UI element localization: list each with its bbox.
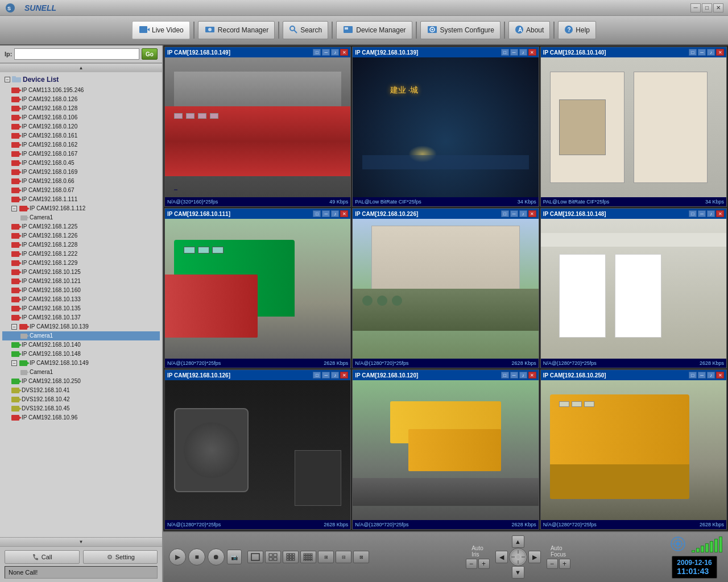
device-item-5[interactable]: IP CAM192.168.0.161 bbox=[2, 131, 160, 140]
device-item-20[interactable]: IP CAM192.168.10.125 bbox=[2, 268, 160, 277]
cam-sound-8[interactable]: ♪ bbox=[519, 372, 527, 379]
cam-min-1[interactable]: ─ bbox=[322, 49, 330, 56]
device-item-33[interactable]: DVS192.168.10.41 bbox=[2, 386, 160, 395]
go-button[interactable]: Go bbox=[142, 48, 158, 60]
device-item-28[interactable]: IP CAM192.168.10.140 bbox=[2, 340, 160, 350]
cam-close-8[interactable]: ✕ bbox=[528, 372, 536, 379]
cam-expand-8[interactable]: □ bbox=[501, 372, 509, 379]
stop-button[interactable]: ■ bbox=[188, 548, 205, 566]
iris-minus-button[interactable]: − bbox=[466, 559, 477, 569]
cam-close-3[interactable]: ✕ bbox=[716, 49, 724, 56]
camera-cell-7[interactable]: IP CAM[192.168.10.126] □ ─ ♪ ✕ bbox=[164, 369, 351, 530]
device-item-11[interactable]: IP CAM192.168.0.67 bbox=[2, 186, 160, 195]
iris-plus-button[interactable]: + bbox=[478, 559, 490, 569]
maximize-button[interactable]: □ bbox=[702, 3, 712, 13]
nav-live-video[interactable]: Live Video bbox=[132, 21, 190, 39]
nav-about[interactable]: A About bbox=[508, 21, 550, 39]
device-item-35[interactable]: DVS192.168.10.45 bbox=[2, 404, 160, 413]
device-item-4[interactable]: IP CAM192.168.0.120 bbox=[2, 122, 160, 131]
layout-2x2[interactable] bbox=[265, 551, 281, 563]
device-item-30[interactable]: − IP CAM192.168.10.149 bbox=[2, 359, 160, 368]
nav-device-manager[interactable]: Device Manager bbox=[336, 21, 412, 39]
cam-expand-5[interactable]: □ bbox=[501, 210, 509, 217]
cam-close-9[interactable]: ✕ bbox=[716, 372, 724, 379]
nav-record-manager[interactable]: Record Manager bbox=[198, 21, 275, 39]
cam-min-4[interactable]: ─ bbox=[322, 210, 330, 217]
device-item-1[interactable]: IP CAM192.168.0.126 bbox=[2, 95, 160, 104]
ptz-down-button[interactable]: ▼ bbox=[512, 566, 524, 579]
setting-button[interactable]: Setting bbox=[83, 550, 158, 564]
layout-1x1[interactable] bbox=[247, 551, 263, 563]
tree-scroll-up[interactable]: ▲ bbox=[0, 63, 162, 72]
nav-system-configure[interactable]: System Configure bbox=[420, 21, 500, 39]
focus-minus-button[interactable]: − bbox=[547, 559, 558, 569]
device-item-15[interactable]: IP CAM192.168.1.225 bbox=[2, 222, 160, 231]
layout-3x3[interactable] bbox=[283, 551, 299, 563]
expand-icon[interactable]: − bbox=[11, 206, 17, 211]
close-button[interactable]: ✕ bbox=[713, 3, 723, 13]
ip-input[interactable] bbox=[14, 48, 139, 60]
cam-sound-2[interactable]: ♪ bbox=[519, 49, 527, 56]
cam-expand-7[interactable]: □ bbox=[313, 372, 321, 379]
cam-min-6[interactable]: ─ bbox=[698, 210, 706, 217]
cam-min-8[interactable]: ─ bbox=[510, 372, 518, 379]
device-sub-camera1-selected[interactable]: Camera1 bbox=[2, 331, 160, 340]
layout-4x4[interactable] bbox=[300, 551, 316, 563]
device-item-17[interactable]: IP CAM192.168.1.228 bbox=[2, 240, 160, 250]
ptz-left-button[interactable]: ◀ bbox=[495, 551, 508, 563]
nav-search[interactable]: Search bbox=[283, 21, 328, 39]
cam-close-2[interactable]: ✕ bbox=[528, 49, 536, 56]
device-item-2[interactable]: IP CAM192.168.0.128 bbox=[2, 104, 160, 113]
cam-expand-2[interactable]: □ bbox=[501, 49, 509, 56]
cam-close-6[interactable]: ✕ bbox=[716, 210, 724, 217]
ptz-center[interactable] bbox=[509, 548, 527, 566]
call-button[interactable]: Call bbox=[5, 550, 80, 564]
device-item-8[interactable]: IP CAM192.168.0.45 bbox=[2, 159, 160, 168]
device-item-12[interactable]: IP CAM192.168.1.111 bbox=[2, 195, 160, 204]
device-item-23[interactable]: IP CAM192.168.10.133 bbox=[2, 295, 160, 304]
device-item-19[interactable]: IP CAM192.168.1.229 bbox=[2, 259, 160, 268]
camera-cell-6[interactable]: IP CAM[192.168.10.148] □ ─ ♪ ✕ bbox=[540, 208, 727, 368]
camera-cell-3[interactable]: IP CAM[192.168.10.140] □ ─ ♪ ✕ bbox=[540, 47, 727, 207]
device-item-24[interactable]: IP CAM192.168.10.135 bbox=[2, 304, 160, 313]
device-item-6[interactable]: IP CAM192.168.0.162 bbox=[2, 140, 160, 149]
device-item-7[interactable]: IP CAM192.168.0.167 bbox=[2, 149, 160, 159]
cam-sound-6[interactable]: ♪ bbox=[707, 210, 715, 217]
play-button[interactable]: ▶ bbox=[169, 548, 186, 566]
device-item-16[interactable]: IP CAM192.168.1.226 bbox=[2, 231, 160, 240]
cam-expand-4[interactable]: □ bbox=[313, 210, 321, 217]
camera-cell-1[interactable]: IP CAM[192.168.10.149] □ ─ ♪ ✕ bbox=[164, 47, 351, 207]
camera-cell-8[interactable]: IP CAM[192.168.10.120] □ ─ ♪ ✕ bbox=[352, 369, 539, 530]
camera-cell-9[interactable]: IP CAM[192.168.10.250] □ ─ ♪ ✕ bbox=[540, 369, 727, 530]
cam-min-3[interactable]: ─ bbox=[698, 49, 706, 56]
camera-cell-4[interactable]: IP CAM[192.168.10.111] □ ─ ♪ ✕ bbox=[164, 208, 351, 368]
minimize-button[interactable]: ─ bbox=[690, 3, 701, 13]
device-item-26[interactable]: − IP CAM192.168.10.139 bbox=[2, 322, 160, 331]
device-item-29[interactable]: IP CAM192.168.10.148 bbox=[2, 350, 160, 359]
record-button[interactable]: ⏺ bbox=[208, 548, 225, 566]
device-item-9[interactable]: IP CAM192.168.0.169 bbox=[2, 168, 160, 177]
cam-min-7[interactable]: ─ bbox=[322, 372, 330, 379]
focus-plus-button[interactable]: + bbox=[559, 559, 570, 569]
ptz-right-button[interactable]: ▶ bbox=[528, 551, 541, 563]
layout-custom3[interactable]: ⊠ bbox=[353, 551, 369, 563]
expand-icon[interactable]: − bbox=[11, 360, 17, 366]
cam-expand-3[interactable]: □ bbox=[689, 49, 697, 56]
cam-min-9[interactable]: ─ bbox=[698, 372, 706, 379]
cam-close-5[interactable]: ✕ bbox=[528, 210, 536, 217]
cam-expand-1[interactable]: □ bbox=[313, 49, 321, 56]
layout-custom2[interactable]: ⊟ bbox=[336, 551, 351, 563]
cam-expand-9[interactable]: □ bbox=[689, 372, 697, 379]
device-sub-camera1[interactable]: Camera1 bbox=[2, 213, 160, 222]
device-item-13[interactable]: − IP CAM192.168.1.112 bbox=[2, 204, 160, 213]
camera-cell-5[interactable]: IP CAM[192.168.10.226] □ ─ ♪ ✕ bbox=[352, 208, 539, 368]
device-item-18[interactable]: IP CAM192.168.1.222 bbox=[2, 250, 160, 259]
camera-cell-2[interactable]: IP CAM[192.168.10.139] □ ─ ♪ ✕ 建业 ·城 bbox=[352, 47, 539, 207]
cam-close-7[interactable]: ✕ bbox=[340, 372, 348, 379]
cam-sound-7[interactable]: ♪ bbox=[331, 372, 339, 379]
device-item-36[interactable]: IP CAM192.168.10.96 bbox=[2, 413, 160, 422]
ptz-up-button[interactable]: ▲ bbox=[512, 535, 524, 548]
device-item-21[interactable]: IP CAM192.168.10.121 bbox=[2, 277, 160, 286]
device-item-34[interactable]: DVS192.168.10.42 bbox=[2, 395, 160, 404]
cam-expand-6[interactable]: □ bbox=[689, 210, 697, 217]
